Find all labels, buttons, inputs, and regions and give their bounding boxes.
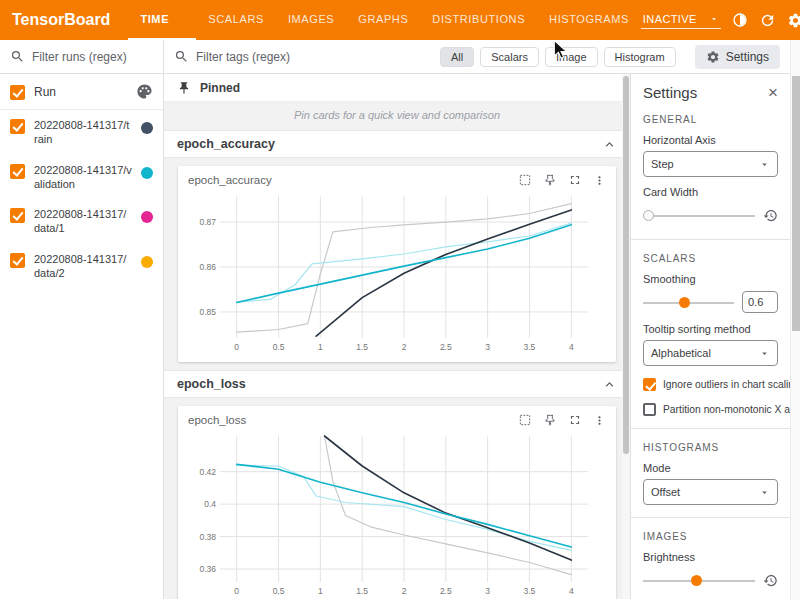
settings-panel-title: Settings <box>643 84 697 101</box>
run-row-train[interactable]: 20220808-141317/train <box>0 110 163 155</box>
settings-group-histograms: HISTOGRAMS <box>643 442 778 453</box>
tooltip-sorting-select[interactable]: Alphabetical <box>643 340 778 366</box>
tooltip-sorting-value: Alphabetical <box>651 347 711 359</box>
gear-icon[interactable] <box>787 12 800 29</box>
svg-text:0.5: 0.5 <box>273 586 285 596</box>
chip-all[interactable]: All <box>440 47 474 67</box>
smoothing-input[interactable] <box>742 291 778 313</box>
runs-filter-input[interactable]: Filter runs (regex) <box>0 40 164 73</box>
epoch-accuracy-chart[interactable]: 00.511.522.533.540.850.860.87 <box>186 190 598 356</box>
settings-button[interactable]: Settings <box>695 45 780 69</box>
tab-graphs[interactable]: GRAPHS <box>346 0 420 40</box>
reset-icon[interactable] <box>763 573 778 588</box>
pin-icon[interactable] <box>543 173 557 187</box>
svg-text:2.5: 2.5 <box>440 342 452 352</box>
chevron-up-icon[interactable] <box>602 137 617 152</box>
section-header-epoch-loss[interactable]: epoch_loss <box>164 370 630 398</box>
tab-images[interactable]: IMAGES <box>276 0 346 40</box>
more-options-icon[interactable] <box>593 414 606 427</box>
tab-scalars[interactable]: SCALARS <box>196 0 276 40</box>
contrast-icon[interactable] <box>732 12 748 28</box>
more-options-icon[interactable] <box>593 174 606 187</box>
page-scrollbar-thumb[interactable] <box>792 76 800 331</box>
horizontal-axis-select[interactable]: Step <box>643 151 778 177</box>
tags-toolbar: Filter tags (regex) All Scalars Image Hi… <box>164 40 790 73</box>
svg-text:0.87: 0.87 <box>199 217 216 227</box>
runs-filter-placeholder: Filter runs (regex) <box>32 50 127 64</box>
run-checkbox[interactable] <box>10 119 25 134</box>
partition-x-axis-checkbox[interactable] <box>643 403 656 416</box>
brightness-label: Brightness <box>643 551 778 563</box>
svg-text:2: 2 <box>402 342 407 352</box>
settings-group-images: IMAGES <box>643 531 778 542</box>
card-width-slider-thumb[interactable] <box>643 210 654 221</box>
caret-down-icon <box>709 14 719 24</box>
tab-distributions[interactable]: DISTRIBUTIONS <box>420 0 537 40</box>
card-width-label: Card Width <box>643 186 778 198</box>
histogram-mode-value: Offset <box>651 486 680 498</box>
histogram-mode-select[interactable]: Offset <box>643 479 778 505</box>
chart-card-epoch-loss: epoch_loss 00.511.522.533.540.360.380.40… <box>178 406 616 599</box>
settings-group-general: GENERAL <box>643 114 778 125</box>
run-row-data-2[interactable]: 20220808-141317/data/2 <box>0 244 163 289</box>
run-color-swatch <box>141 256 153 268</box>
page-scrollbar[interactable] <box>790 40 800 600</box>
app-title: TensorBoard <box>0 0 128 40</box>
ignore-outliers-row[interactable]: Ignore outliers in chart scaling <box>643 377 778 391</box>
smoothing-slider-thumb[interactable] <box>679 297 690 308</box>
svg-text:3.5: 3.5 <box>524 342 536 352</box>
card-title: epoch_loss <box>188 414 246 426</box>
select-all-runs-checkbox[interactable] <box>10 85 25 100</box>
pin-icon[interactable] <box>543 413 557 427</box>
svg-text:0: 0 <box>234 586 239 596</box>
svg-text:0.36: 0.36 <box>199 564 216 574</box>
divider <box>631 239 790 240</box>
brightness-slider-thumb[interactable] <box>691 575 702 586</box>
svg-text:0: 0 <box>234 342 239 352</box>
main-scrollbar[interactable] <box>622 74 630 599</box>
gear-icon <box>706 50 720 64</box>
run-checkbox[interactable] <box>10 208 25 223</box>
palette-icon[interactable] <box>136 83 153 100</box>
tags-filter-placeholder[interactable]: Filter tags (regex) <box>196 50 290 64</box>
refresh-icon[interactable] <box>759 12 776 29</box>
partition-x-axis-row[interactable]: Partition non-monotonic X axis <box>643 402 778 416</box>
chip-image[interactable]: Image <box>545 47 598 67</box>
tab-histograms[interactable]: HISTOGRAMS <box>537 0 641 40</box>
ignore-outliers-checkbox[interactable] <box>643 378 656 391</box>
run-row-data-1[interactable]: 20220808-141317/data/1 <box>0 199 163 244</box>
epoch-loss-chart[interactable]: 00.511.522.533.540.360.380.40.42 <box>186 430 598 599</box>
partition-x-axis-label: Partition non-monotonic X axis <box>663 404 790 415</box>
card-header: epoch_accuracy <box>186 171 608 190</box>
tab-time-series[interactable]: TIME SERIES <box>128 0 196 40</box>
chevron-up-icon[interactable] <box>602 377 617 392</box>
smoothing-slider[interactable] <box>643 296 734 309</box>
run-row-validation[interactable]: 20220808-141317/validation <box>0 155 163 200</box>
zoom-selection-icon[interactable] <box>518 413 532 427</box>
close-icon[interactable]: × <box>768 84 778 101</box>
svg-text:3: 3 <box>485 342 490 352</box>
brightness-slider[interactable] <box>643 574 755 587</box>
chip-scalars[interactable]: Scalars <box>480 47 539 67</box>
section-header-epoch-accuracy[interactable]: epoch_accuracy <box>164 130 630 158</box>
chip-histogram[interactable]: Histogram <box>604 47 676 67</box>
app-body: Run 20220808-141317/train 20220808-14131… <box>0 74 790 599</box>
section-title: epoch_accuracy <box>177 137 275 151</box>
zoom-selection-icon[interactable] <box>518 173 532 187</box>
fullscreen-icon[interactable] <box>568 413 582 427</box>
card-width-slider[interactable] <box>643 209 755 222</box>
reset-icon[interactable] <box>763 208 778 223</box>
caret-down-icon <box>759 348 770 359</box>
run-checkbox[interactable] <box>10 164 25 179</box>
svg-text:1.5: 1.5 <box>356 342 368 352</box>
settings-group-scalars: SCALARS <box>643 253 778 264</box>
run-color-swatch <box>141 211 153 223</box>
svg-text:3: 3 <box>485 586 490 596</box>
main-scrollbar-thumb[interactable] <box>623 76 629 454</box>
fullscreen-icon[interactable] <box>568 173 582 187</box>
pinned-section-header: Pinned <box>164 74 630 102</box>
run-checkbox[interactable] <box>10 253 25 268</box>
pin-icon <box>177 81 191 95</box>
reload-status-dropdown[interactable]: INACTIVE <box>641 11 721 29</box>
svg-text:0.86: 0.86 <box>199 262 216 272</box>
